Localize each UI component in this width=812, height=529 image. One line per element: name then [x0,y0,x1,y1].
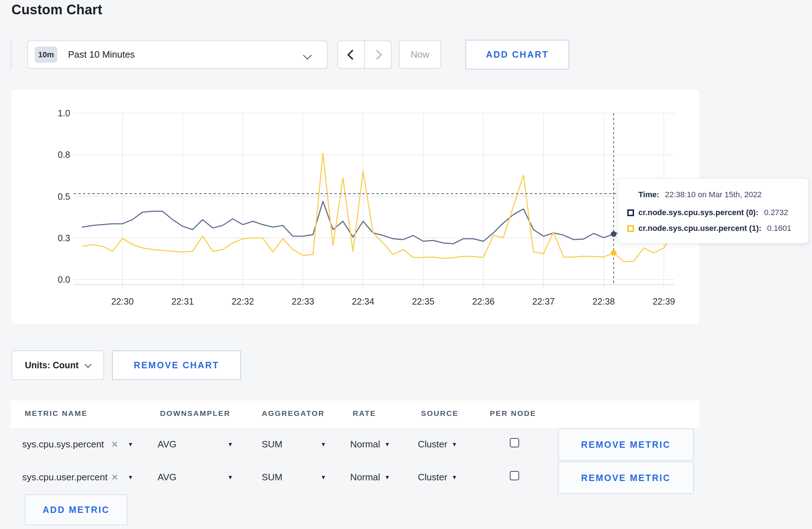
tooltip-series-row: cr.node.sys.cpu.sys.percent (0): 0.2732 [627,208,803,217]
header-rate: RATE [353,409,376,418]
units-dropdown[interactable]: Units: Count [11,350,104,380]
metric-row: sys.cpu.sys.percent ✕ ▼ AVG ▼ SUM ▼ Norm… [11,428,699,462]
x-axis-tick-label: 22:33 [292,296,314,306]
tooltip-time-value: 22:38:10 on Mar 15th, 2022 [665,190,762,199]
y-axis-tick-label: 0.0 [58,275,70,285]
caret-down-icon[interactable]: ▼ [127,441,133,448]
metric-row: sys.cpu.user.percent ✕ ▼ AVG ▼ SUM ▼ Nor… [11,462,699,495]
units-label: Units: Count [25,360,79,370]
x-axis-tick-label: 22:32 [232,296,254,306]
time-nav-group [337,40,392,69]
series-line-cr.node.sys.cpu.user.percent [82,154,674,262]
hover-dot [611,231,617,237]
metric-name: sys.cpu.user.percent [22,472,107,483]
rate-cell[interactable]: Normal ▼ [350,472,390,483]
tooltip-series-value: 0.1601 [767,224,791,233]
x-axis-tick-label: 22:38 [593,296,615,306]
y-axis-tick-label: 0.8 [58,150,70,160]
caret-down-icon: ▼ [451,441,457,448]
x-axis-tick-label: 22:36 [472,296,495,306]
tooltip-series-value: 0.2732 [764,208,788,217]
source-cell[interactable]: Cluster ▼ [418,472,457,483]
caret-down-icon: ▼ [227,474,233,481]
remove-metric-button[interactable]: REMOVE METRIC [558,462,694,494]
downsampler-value: AVG [158,472,177,483]
tooltip-time-label: Time: [638,190,659,199]
y-axis-tick-label: 1.0 [58,108,70,118]
metric-name-cell: sys.cpu.sys.percent ✕ ▼ [22,439,133,450]
caret-down-icon: ▼ [385,441,390,448]
time-forward-button[interactable] [364,41,391,68]
chevron-right-icon [372,49,382,59]
aggregator-value: SUM [262,472,282,483]
time-back-button[interactable] [338,41,364,68]
tooltip-series-row: cr.node.sys.cpu.user.percent (1): 0.1601 [627,224,803,233]
chart-card: 0.00.30.50.81.022:3022:3122:3222:3322:34… [11,89,700,325]
aggregator-cell[interactable]: SUM ▼ [262,472,326,483]
now-button[interactable]: Now [399,40,441,69]
time-window-dropdown[interactable]: 10m Past 10 Minutes [27,40,328,69]
x-axis-tick-label: 22:39 [653,296,675,306]
header-per-node: PER NODE [490,409,536,418]
toolbar-divider [11,42,11,69]
x-axis-tick-label: 22:31 [171,296,194,306]
tooltip-time-row: Time: 22:38:10 on Mar 15th, 2022 [638,190,803,199]
time-series-chart[interactable]: 0.00.30.50.81.022:3022:3122:3222:3322:34… [11,89,700,324]
add-chart-button[interactable]: ADD CHART [465,40,569,69]
header-metric-name: METRIC NAME [25,409,88,418]
downsampler-cell[interactable]: AVG ▼ [158,472,233,483]
hover-dot [611,250,617,256]
caret-down-icon: ▼ [451,474,457,481]
header-downsampler: DOWNSAMPLER [160,409,231,418]
per-node-checkbox[interactable] [510,438,519,447]
caret-down-icon[interactable]: ▼ [128,474,134,481]
add-metric-button[interactable]: ADD METRIC [25,494,127,525]
caret-down-icon: ▼ [320,441,326,448]
metrics-table-header: METRIC NAME DOWNSAMPLER AGGREGATOR RATE … [11,401,699,428]
caret-down-icon: ▼ [385,474,390,481]
header-aggregator: AGGREGATOR [262,409,325,418]
remove-x-icon[interactable]: ✕ [111,440,118,450]
metric-name-cell: sys.cpu.user.percent ✕ ▼ [22,472,133,483]
per-node-checkbox[interactable] [510,471,519,480]
header-source: SOURCE [421,409,459,418]
x-axis-tick-label: 22:35 [412,296,435,306]
remove-metric-button[interactable]: REMOVE METRIC [558,428,694,461]
y-axis-tick-label: 0.5 [58,191,70,202]
remove-chart-button[interactable]: REMOVE CHART [112,350,241,380]
source-cell[interactable]: Cluster ▼ [418,439,457,450]
series-swatch-icon [627,225,634,232]
metric-name: sys.cpu.sys.percent [22,439,104,450]
caret-down-icon: ▼ [320,474,326,481]
series-swatch-icon [627,209,634,216]
page-title: Custom Chart [11,2,102,18]
time-window-label: Past 10 Minutes [68,49,135,60]
chart-tooltip: Time: 22:38:10 on Mar 15th, 2022 cr.node… [618,178,808,243]
rate-value: Normal [350,439,380,450]
x-axis-tick-label: 22:34 [352,296,374,306]
source-value: Cluster [418,439,447,450]
aggregator-value: SUM [262,439,282,450]
rate-value: Normal [350,472,380,483]
time-window-badge: 10m [35,47,57,63]
x-axis-tick-label: 22:37 [532,296,555,306]
tooltip-series-name: cr.node.sys.cpu.sys.percent (0): [638,208,758,217]
chevron-down-icon [85,361,92,368]
remove-x-icon[interactable]: ✕ [111,472,118,482]
x-axis-tick-label: 22:30 [111,296,134,306]
aggregator-cell[interactable]: SUM ▼ [262,439,326,450]
downsampler-value: AVG [158,439,177,450]
tooltip-series-name: cr.node.sys.cpu.user.percent (1): [638,224,762,233]
downsampler-cell[interactable]: AVG ▼ [158,439,233,450]
chevron-down-icon [303,51,311,59]
rate-cell[interactable]: Normal ▼ [350,439,390,450]
caret-down-icon: ▼ [227,441,233,448]
chevron-left-icon [347,49,357,59]
source-value: Cluster [418,472,447,483]
y-axis-tick-label: 0.3 [58,233,70,243]
